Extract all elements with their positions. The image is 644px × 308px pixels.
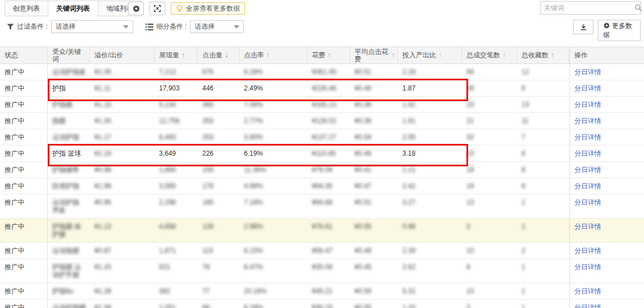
value-cell: 3 xyxy=(462,219,517,242)
daily-detail-link[interactable]: 分日详情 xyxy=(574,166,601,174)
value-cell: ¥1.17 xyxy=(90,129,155,145)
value-cell: ¥185.13 xyxy=(307,97,350,112)
settings-button[interactable] xyxy=(128,2,144,15)
status-cell: 推广中 xyxy=(0,146,48,161)
tab-strip: 创意列表 关键词列表 地域列表 xyxy=(4,1,142,16)
action-cell: 分日详情 xyxy=(569,259,644,283)
table-row: 推广中运动指膜¥0.871,8711156.15%¥56.47¥0.492.39… xyxy=(0,243,644,259)
sort-desc-icon[interactable]: ↓ xyxy=(225,52,228,59)
value-cell: 11.36% xyxy=(239,162,307,178)
download-button[interactable] xyxy=(573,20,593,34)
keyword-search xyxy=(540,1,641,15)
value-cell: 675 xyxy=(198,64,239,80)
table-row: 推广中指膜¥1.3012,7563532.77%¥128.02¥0.361.91… xyxy=(0,113,644,129)
more-data-button[interactable]: 更多数据 xyxy=(598,20,641,41)
daily-detail-link[interactable]: 分日详情 xyxy=(574,182,601,190)
column-header[interactable]: 投入产出比↑ xyxy=(398,47,462,64)
action-cell: 分日详情 xyxy=(569,113,644,129)
daily-detail-link[interactable]: 分日详情 xyxy=(574,150,601,157)
tab-creative-list[interactable]: 创意列表 xyxy=(4,1,48,16)
column-header[interactable]: 总成交笔数↑ xyxy=(462,47,517,64)
value-cell: ¥0.55 xyxy=(350,300,398,308)
daily-detail-link[interactable]: 分日详情 xyxy=(574,198,601,206)
status-cell: 推广中 xyxy=(0,178,48,194)
sort-asc-icon[interactable]: ↑ xyxy=(502,52,506,59)
column-header[interactable]: 平均点击花费↑ xyxy=(350,47,398,64)
daily-detail-link[interactable]: 分日详情 xyxy=(574,304,601,308)
daily-detail-link[interactable]: 分日详情 xyxy=(574,68,601,76)
value-cell: 66 xyxy=(198,300,239,308)
value-cell: 2.39 xyxy=(398,243,462,259)
daily-detail-link[interactable]: 分日详情 xyxy=(574,101,601,108)
daily-detail-link[interactable]: 分日详情 xyxy=(574,287,601,295)
value-cell: 6.28% xyxy=(239,300,307,308)
daily-detail-link[interactable]: 分日详情 xyxy=(574,133,601,141)
table-row: 推广中护指¥1.1117,9034462.49%¥226.46¥0.491.87… xyxy=(0,80,644,97)
sort-asc-icon[interactable]: ↑ xyxy=(328,52,331,59)
column-header[interactable]: 展现量↑ xyxy=(155,47,198,64)
table-header: 状态受众/关键词溢价/出价展现量↑点击量↓点击率↑花费↑平均点击花费↑投入产出比… xyxy=(0,47,644,64)
value-cell: 5,134 xyxy=(155,97,198,112)
action-cell: 分日详情 xyxy=(569,80,644,96)
filter-select[interactable]: 请选择 xyxy=(51,20,133,33)
value-cell: ¥0.96 xyxy=(90,194,155,218)
list-icon xyxy=(146,24,153,30)
value-cell: 1,869 xyxy=(155,162,198,178)
value-cell: ¥128.02 xyxy=(307,113,350,129)
tab-keyword-list[interactable]: 关键词列表 xyxy=(48,1,98,16)
keyword-search-input[interactable] xyxy=(541,4,634,12)
column-header[interactable]: 花费↑ xyxy=(307,47,350,64)
value-cell: 3.27 xyxy=(398,194,462,218)
column-header[interactable]: 点击量↓ xyxy=(198,47,239,64)
sort-asc-icon[interactable]: ↑ xyxy=(551,52,554,59)
filter-select-value: 请选择 xyxy=(56,22,76,31)
action-cell: 分日详情 xyxy=(569,300,644,308)
value-cell: 23 xyxy=(462,146,517,161)
sort-asc-icon[interactable]: ↑ xyxy=(438,52,442,59)
value-cell: ¥0.98 xyxy=(90,162,155,178)
column-header: 操作 xyxy=(569,47,644,64)
value-cell: 8 xyxy=(462,259,517,283)
value-cell: 6.28% xyxy=(239,64,307,80)
value-cell: 1.20 xyxy=(398,300,462,308)
value-cell: ¥110.65 xyxy=(307,146,350,161)
value-cell: 3 xyxy=(462,300,517,308)
fullscreen-more-data-button[interactable]: 全屏查看更多数据 xyxy=(171,2,245,15)
sort-asc-icon[interactable]: ↑ xyxy=(392,52,395,59)
table-row: 推广中护指绷带¥0.981,86919311.36%¥79.06¥0.412.2… xyxy=(0,162,644,178)
table-row: 推广中护指膜 运动护手膜¥1.20921788.47%¥35.08¥0.452.… xyxy=(0,259,644,283)
daily-detail-link[interactable]: 分日详情 xyxy=(574,263,601,271)
value-cell: 2.42 xyxy=(398,178,462,194)
daily-detail-link[interactable]: 分日详情 xyxy=(574,223,601,230)
value-cell: 8 xyxy=(517,162,569,178)
value-cell: 1 xyxy=(517,300,569,308)
value-cell: 3.18 xyxy=(398,146,462,161)
action-cell: 分日详情 xyxy=(569,194,644,218)
chevron-down-icon xyxy=(123,25,129,29)
column-header[interactable]: 点击率↑ xyxy=(239,47,307,64)
value-cell: 7.08% xyxy=(239,97,307,112)
chevron-down-icon xyxy=(234,25,239,29)
value-cell: 3,565 xyxy=(155,178,198,194)
value-cell: ¥0.87 xyxy=(90,243,155,259)
expand-button[interactable] xyxy=(149,2,165,15)
value-cell: 1,871 xyxy=(155,243,198,259)
value-cell: 7.18% xyxy=(239,194,307,218)
daily-detail-link[interactable]: 分日详情 xyxy=(574,117,601,125)
segment-select[interactable]: 请选择 xyxy=(190,20,244,33)
value-cell: 2.21 xyxy=(398,162,462,178)
value-cell: 77 xyxy=(198,283,239,299)
table-row: 推广中护指膜 保护膜¥1.134,6581392.98%¥76.61¥0.550… xyxy=(0,219,644,243)
daily-detail-link[interactable]: 分日详情 xyxy=(574,84,601,92)
column-header[interactable]: 总收藏数↑ xyxy=(517,47,569,64)
value-cell: ¥0.36 xyxy=(350,113,398,129)
daily-detail-link[interactable]: 分日详情 xyxy=(574,247,601,255)
value-cell: 5.31 xyxy=(398,283,462,299)
value-cell: 382 xyxy=(155,283,198,299)
value-cell: 11 xyxy=(517,113,569,129)
sort-asc-icon[interactable]: ↑ xyxy=(182,52,185,59)
value-cell: 1,051 xyxy=(155,300,198,308)
column-header: 状态 xyxy=(0,47,48,64)
search-icon[interactable] xyxy=(634,4,642,12)
sort-asc-icon[interactable]: ↑ xyxy=(266,52,270,59)
